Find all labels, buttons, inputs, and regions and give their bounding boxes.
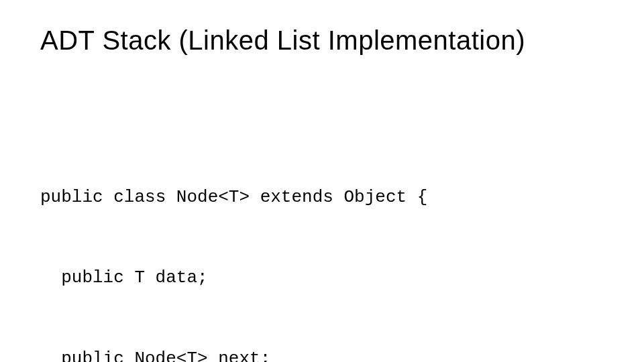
code-block: public class Node<T> extends Object { pu…	[40, 129, 604, 362]
code-line-3: public Node<T> next;	[40, 345, 604, 362]
code-line-1: public class Node<T> extends Object {	[40, 184, 604, 210]
slide-title: ADT Stack (Linked List Implementation)	[40, 25, 604, 56]
slide: ADT Stack (Linked List Implementation) p…	[0, 0, 644, 362]
code-line-2: public T data;	[40, 264, 604, 291]
